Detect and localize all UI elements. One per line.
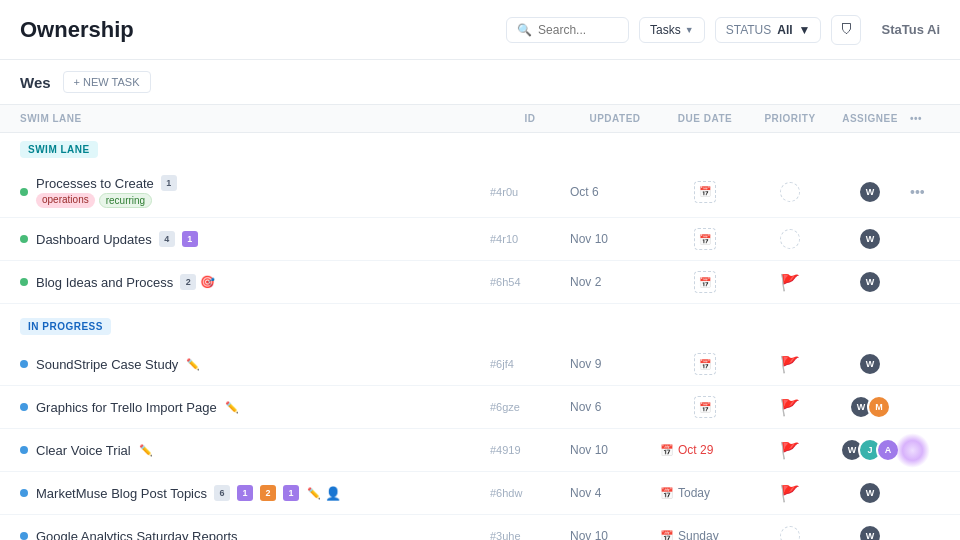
updated-date: Oct 6 — [570, 185, 660, 199]
edit-icon[interactable]: ✏️ — [225, 401, 239, 414]
avatar: W — [858, 180, 882, 204]
due-date-value: Sunday — [678, 529, 719, 540]
priority-ghost — [780, 526, 800, 540]
task-id: #4919 — [490, 444, 570, 456]
status-ai-label: StaTus Ai — [881, 22, 940, 37]
due-date-cell: 📅 Oct 29 — [660, 443, 750, 457]
task-name-cell: MarketMuse Blog Post Topics 6 1 2 1 ✏️ 👤 — [20, 485, 490, 501]
updated-date: Nov 6 — [570, 400, 660, 414]
task-name[interactable]: Graphics for Trello Import Page — [36, 400, 217, 415]
updated-date: Nov 10 — [570, 232, 660, 246]
col-swim-lane: SWIM LANE — [20, 113, 490, 124]
task-id: #6hdw — [490, 487, 570, 499]
badge-count: 2 — [180, 274, 196, 290]
task-name[interactable]: Google Analytics Saturday Reports — [36, 529, 238, 541]
new-task-button[interactable]: + NEW TASK — [63, 71, 151, 93]
priority-cell: 🚩 — [750, 398, 830, 417]
filter-button[interactable]: ⛉ — [831, 15, 861, 45]
avatar: W — [858, 270, 882, 294]
search-input[interactable] — [538, 23, 618, 37]
assignee-cell: W M — [830, 395, 910, 419]
tag-recurring: recurring — [99, 193, 152, 208]
edit-icon[interactable]: ✏️ — [186, 358, 200, 371]
avatar: A — [876, 438, 900, 462]
due-date-cell: 📅 — [660, 271, 750, 293]
avatar-stack: W M — [849, 395, 891, 419]
task-name[interactable]: SoundStripe Case Study — [36, 357, 178, 372]
status-dot — [20, 403, 28, 411]
status-dot — [20, 532, 28, 540]
priority-yellow-icon: 🚩 — [780, 484, 800, 503]
updated-date: Nov 4 — [570, 486, 660, 500]
table-row: MarketMuse Blog Post Topics 6 1 2 1 ✏️ 👤… — [0, 472, 960, 515]
table-row: Clear Voice Trial ✏️ #4919 Nov 10 📅 Oct … — [0, 429, 960, 472]
more-options-button[interactable]: ••• — [910, 184, 940, 200]
table-row: Blog Ideas and Process 2 🎯 #6h54 Nov 2 📅… — [0, 261, 960, 304]
search-box[interactable]: 🔍 — [506, 17, 629, 43]
chevron-down-icon: ▼ — [799, 23, 811, 37]
calendar-icon: 📅 — [694, 271, 716, 293]
page-title: Ownership — [20, 17, 134, 43]
tasks-filter[interactable]: Tasks ▼ — [639, 17, 705, 43]
priority-ghost — [780, 182, 800, 202]
in-progress-badge: IN PROGRESS — [20, 318, 111, 335]
task-name[interactable]: Clear Voice Trial — [36, 443, 131, 458]
task-name-cell: Graphics for Trello Import Page ✏️ — [20, 400, 490, 415]
status-label: STATUS — [726, 23, 772, 37]
table-row: Dashboard Updates 4 1 #4r10 Nov 10 📅 W — [0, 218, 960, 261]
avatar: W — [858, 524, 882, 540]
col-assignee: ASSIGNEE — [830, 113, 910, 124]
table-row: SoundStripe Case Study ✏️ #6jf4 Nov 9 📅 … — [0, 343, 960, 386]
person-icon: 👤 — [325, 486, 341, 501]
updated-date: Nov 10 — [570, 529, 660, 540]
avatar: W — [858, 352, 882, 376]
task-name[interactable]: Dashboard Updates — [36, 232, 152, 247]
task-name-cell: Clear Voice Trial ✏️ — [20, 443, 490, 458]
calendar-icon: 📅 — [660, 444, 674, 457]
priority-red-icon: 🚩 — [780, 273, 800, 292]
task-id: #6gze — [490, 401, 570, 413]
app-container: Ownership 🔍 Tasks ▼ STATUS All ▼ ⛉ — [0, 0, 960, 540]
blur-effect — [895, 433, 930, 468]
col-priority: PRIORITY — [750, 113, 830, 124]
task-name-wrapper: Processes to Create 1 operations recurri… — [36, 175, 177, 208]
due-date-cell: 📅 — [660, 228, 750, 250]
task-id: #3uhe — [490, 530, 570, 540]
priority-cell — [750, 526, 830, 540]
calendar-icon: 📅 — [694, 228, 716, 250]
due-date-cell: 📅 Sunday — [660, 529, 750, 540]
col-id: ID — [490, 113, 570, 124]
status-dot — [20, 446, 28, 454]
avatar: W — [858, 481, 882, 505]
due-date-cell: 📅 Today — [660, 486, 750, 500]
badge-count-purple: 1 — [237, 485, 253, 501]
task-name[interactable]: MarketMuse Blog Post Topics — [36, 486, 207, 501]
due-date-cell: 📅 — [660, 396, 750, 418]
priority-cell — [750, 229, 830, 249]
status-value: All — [777, 23, 792, 37]
due-date-cell: 📅 — [660, 353, 750, 375]
edit-icon[interactable]: ✏️ — [307, 487, 321, 500]
task-name[interactable]: Blog Ideas and Process — [36, 275, 173, 290]
emoji-icon: 🎯 — [200, 275, 215, 289]
calendar-icon: 📅 — [694, 396, 716, 418]
table-container: SWIM LANE Processes to Create 1 operatio… — [0, 133, 960, 540]
edit-icon[interactable]: ✏️ — [139, 444, 153, 457]
priority-cell: 🚩 — [750, 355, 830, 374]
priority-cell — [750, 182, 830, 202]
priority-ghost — [780, 229, 800, 249]
calendar-icon: 📅 — [660, 530, 674, 541]
updated-date: Nov 9 — [570, 357, 660, 371]
table-row: Google Analytics Saturday Reports #3uhe … — [0, 515, 960, 540]
status-dot — [20, 278, 28, 286]
task-name[interactable]: Processes to Create — [36, 176, 154, 191]
status-filter[interactable]: STATUS All ▼ — [715, 17, 822, 43]
header-right: 🔍 Tasks ▼ STATUS All ▼ ⛉ StaTus Ai — [506, 15, 940, 45]
subheader: Wes + NEW TASK — [0, 60, 960, 105]
assignee-cell: W — [830, 524, 910, 540]
table-header: SWIM LANE ID UPDATED DUE DATE PRIORITY A… — [0, 105, 960, 133]
swim-lane-badge: SWIM LANE — [20, 141, 98, 158]
task-id: #4r10 — [490, 233, 570, 245]
assignee-cell: W — [830, 481, 910, 505]
badge-count-purple: 1 — [182, 231, 198, 247]
